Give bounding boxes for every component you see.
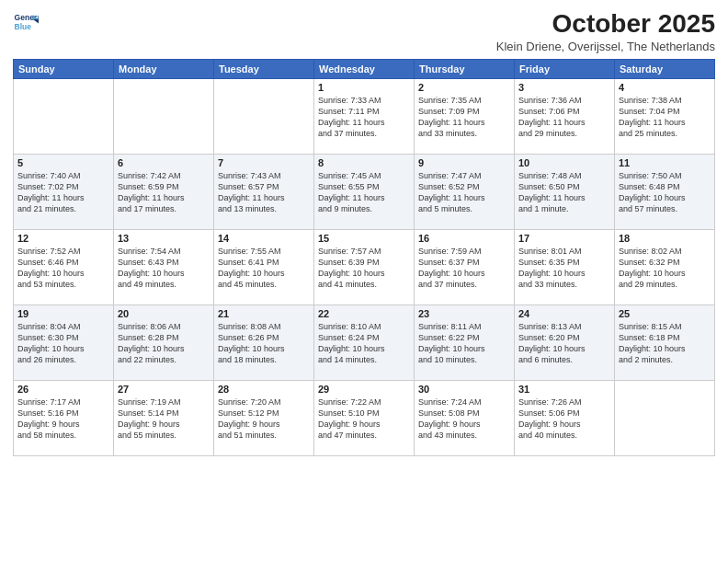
- day-number: 13: [118, 233, 210, 244]
- calendar-cell: 2Sunrise: 7:35 AM Sunset: 7:09 PM Daylig…: [415, 79, 515, 155]
- calendar-cell: [615, 381, 715, 456]
- calendar-cell: 9Sunrise: 7:47 AM Sunset: 6:52 PM Daylig…: [415, 155, 515, 230]
- day-info: Sunrise: 8:06 AM Sunset: 6:28 PM Dayligh…: [118, 321, 210, 366]
- day-number: 27: [118, 384, 210, 395]
- day-number: 12: [17, 233, 109, 244]
- day-number: 1: [318, 82, 410, 93]
- day-number: 31: [518, 384, 610, 395]
- day-number: 7: [218, 157, 310, 168]
- col-tuesday: Tuesday: [214, 60, 314, 79]
- day-info: Sunrise: 8:15 AM Sunset: 6:18 PM Dayligh…: [619, 321, 711, 366]
- calendar-cell: 20Sunrise: 8:06 AM Sunset: 6:28 PM Dayli…: [114, 305, 214, 381]
- day-info: Sunrise: 7:20 AM Sunset: 5:12 PM Dayligh…: [218, 396, 310, 442]
- calendar-cell: 31Sunrise: 7:26 AM Sunset: 5:06 PM Dayli…: [515, 381, 615, 456]
- header: General Blue October 2025 Klein Driene, …: [13, 9, 715, 53]
- day-info: Sunrise: 7:36 AM Sunset: 7:06 PM Dayligh…: [518, 95, 610, 140]
- day-number: 3: [518, 82, 610, 93]
- day-number: 4: [619, 82, 711, 93]
- calendar-cell: 24Sunrise: 8:13 AM Sunset: 6:20 PM Dayli…: [515, 305, 615, 381]
- calendar-cell: [114, 79, 214, 155]
- calendar-cell: 26Sunrise: 7:17 AM Sunset: 5:16 PM Dayli…: [14, 381, 114, 456]
- day-info: Sunrise: 8:04 AM Sunset: 6:30 PM Dayligh…: [17, 321, 109, 366]
- calendar-week-row: 26Sunrise: 7:17 AM Sunset: 5:16 PM Dayli…: [14, 381, 715, 456]
- day-number: 10: [518, 157, 610, 168]
- logo: General Blue: [13, 9, 39, 35]
- day-info: Sunrise: 7:17 AM Sunset: 5:16 PM Dayligh…: [17, 396, 109, 442]
- day-number: 14: [218, 233, 310, 244]
- day-info: Sunrise: 7:50 AM Sunset: 6:48 PM Dayligh…: [619, 170, 711, 215]
- calendar: Sunday Monday Tuesday Wednesday Thursday…: [13, 59, 715, 456]
- calendar-cell: 17Sunrise: 8:01 AM Sunset: 6:35 PM Dayli…: [515, 230, 615, 305]
- day-number: 5: [17, 157, 109, 168]
- day-number: 19: [17, 308, 109, 319]
- day-info: Sunrise: 7:22 AM Sunset: 5:10 PM Dayligh…: [318, 396, 410, 442]
- calendar-week-row: 1Sunrise: 7:33 AM Sunset: 7:11 PM Daylig…: [14, 79, 715, 155]
- col-wednesday: Wednesday: [314, 60, 415, 79]
- calendar-cell: 29Sunrise: 7:22 AM Sunset: 5:10 PM Dayli…: [314, 381, 415, 456]
- calendar-cell: 4Sunrise: 7:38 AM Sunset: 7:04 PM Daylig…: [615, 79, 715, 155]
- title-block: October 2025 Klein Driene, Overijssel, T…: [496, 9, 715, 53]
- calendar-cell: 10Sunrise: 7:48 AM Sunset: 6:50 PM Dayli…: [515, 155, 615, 230]
- day-number: 29: [318, 384, 410, 395]
- day-info: Sunrise: 7:35 AM Sunset: 7:09 PM Dayligh…: [418, 95, 510, 140]
- svg-text:Blue: Blue: [15, 22, 32, 31]
- day-number: 18: [619, 233, 711, 244]
- calendar-cell: 18Sunrise: 8:02 AM Sunset: 6:32 PM Dayli…: [615, 230, 715, 305]
- day-number: 2: [418, 82, 510, 93]
- calendar-cell: 8Sunrise: 7:45 AM Sunset: 6:55 PM Daylig…: [314, 155, 415, 230]
- calendar-cell: 16Sunrise: 7:59 AM Sunset: 6:37 PM Dayli…: [415, 230, 515, 305]
- day-number: 6: [118, 157, 210, 168]
- calendar-cell: 13Sunrise: 7:54 AM Sunset: 6:43 PM Dayli…: [114, 230, 214, 305]
- day-number: 17: [518, 233, 610, 244]
- day-info: Sunrise: 7:59 AM Sunset: 6:37 PM Dayligh…: [418, 246, 510, 291]
- calendar-cell: 3Sunrise: 7:36 AM Sunset: 7:06 PM Daylig…: [515, 79, 615, 155]
- day-number: 28: [218, 384, 310, 395]
- main-title: October 2025: [496, 9, 715, 39]
- calendar-cell: 25Sunrise: 8:15 AM Sunset: 6:18 PM Dayli…: [615, 305, 715, 381]
- logo-icon: General Blue: [13, 9, 39, 35]
- day-info: Sunrise: 7:19 AM Sunset: 5:14 PM Dayligh…: [118, 396, 210, 442]
- calendar-cell: [214, 79, 314, 155]
- calendar-cell: 6Sunrise: 7:42 AM Sunset: 6:59 PM Daylig…: [114, 155, 214, 230]
- calendar-header-row: Sunday Monday Tuesday Wednesday Thursday…: [14, 60, 715, 79]
- day-number: 22: [318, 308, 410, 319]
- day-number: 25: [619, 308, 711, 319]
- day-number: 30: [418, 384, 510, 395]
- day-info: Sunrise: 7:33 AM Sunset: 7:11 PM Dayligh…: [318, 95, 410, 140]
- day-info: Sunrise: 7:40 AM Sunset: 7:02 PM Dayligh…: [17, 170, 109, 215]
- day-number: 24: [518, 308, 610, 319]
- day-info: Sunrise: 7:54 AM Sunset: 6:43 PM Dayligh…: [118, 246, 210, 291]
- day-info: Sunrise: 8:02 AM Sunset: 6:32 PM Dayligh…: [619, 246, 711, 291]
- day-info: Sunrise: 7:38 AM Sunset: 7:04 PM Dayligh…: [619, 95, 711, 140]
- day-info: Sunrise: 8:11 AM Sunset: 6:22 PM Dayligh…: [418, 321, 510, 366]
- day-number: 15: [318, 233, 410, 244]
- calendar-cell: 1Sunrise: 7:33 AM Sunset: 7:11 PM Daylig…: [314, 79, 415, 155]
- calendar-week-row: 19Sunrise: 8:04 AM Sunset: 6:30 PM Dayli…: [14, 305, 715, 381]
- day-info: Sunrise: 7:43 AM Sunset: 6:57 PM Dayligh…: [218, 170, 310, 215]
- calendar-cell: [14, 79, 114, 155]
- day-number: 9: [418, 157, 510, 168]
- day-info: Sunrise: 7:52 AM Sunset: 6:46 PM Dayligh…: [17, 246, 109, 291]
- day-info: Sunrise: 8:01 AM Sunset: 6:35 PM Dayligh…: [518, 246, 610, 291]
- day-number: 26: [17, 384, 109, 395]
- calendar-cell: 30Sunrise: 7:24 AM Sunset: 5:08 PM Dayli…: [415, 381, 515, 456]
- day-info: Sunrise: 8:08 AM Sunset: 6:26 PM Dayligh…: [218, 321, 310, 366]
- calendar-cell: 11Sunrise: 7:50 AM Sunset: 6:48 PM Dayli…: [615, 155, 715, 230]
- col-sunday: Sunday: [14, 60, 114, 79]
- calendar-week-row: 12Sunrise: 7:52 AM Sunset: 6:46 PM Dayli…: [14, 230, 715, 305]
- calendar-cell: 23Sunrise: 8:11 AM Sunset: 6:22 PM Dayli…: [415, 305, 515, 381]
- day-info: Sunrise: 7:48 AM Sunset: 6:50 PM Dayligh…: [518, 170, 610, 215]
- calendar-cell: 19Sunrise: 8:04 AM Sunset: 6:30 PM Dayli…: [14, 305, 114, 381]
- day-info: Sunrise: 7:57 AM Sunset: 6:39 PM Dayligh…: [318, 246, 410, 291]
- subtitle: Klein Driene, Overijssel, The Netherland…: [496, 40, 715, 53]
- calendar-cell: 21Sunrise: 8:08 AM Sunset: 6:26 PM Dayli…: [214, 305, 314, 381]
- day-info: Sunrise: 7:42 AM Sunset: 6:59 PM Dayligh…: [118, 170, 210, 215]
- day-number: 20: [118, 308, 210, 319]
- day-info: Sunrise: 7:26 AM Sunset: 5:06 PM Dayligh…: [518, 396, 610, 442]
- day-info: Sunrise: 8:13 AM Sunset: 6:20 PM Dayligh…: [518, 321, 610, 366]
- calendar-cell: 27Sunrise: 7:19 AM Sunset: 5:14 PM Dayli…: [114, 381, 214, 456]
- col-friday: Friday: [515, 60, 615, 79]
- col-thursday: Thursday: [415, 60, 515, 79]
- calendar-cell: 12Sunrise: 7:52 AM Sunset: 6:46 PM Dayli…: [14, 230, 114, 305]
- calendar-week-row: 5Sunrise: 7:40 AM Sunset: 7:02 PM Daylig…: [14, 155, 715, 230]
